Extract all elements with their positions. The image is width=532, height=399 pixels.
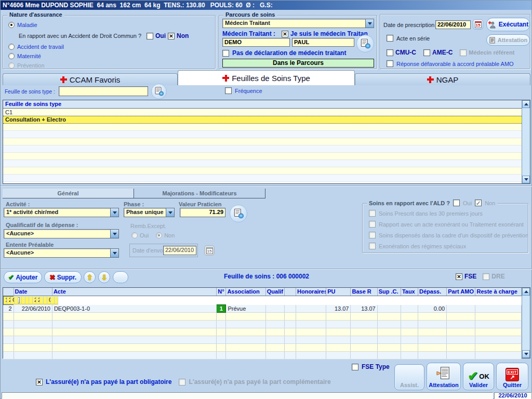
phase-select[interactable]: Phase unique [124,208,175,217]
fst-list-row[interactable] [3,131,522,138]
frequence-checkbox[interactable] [225,87,232,94]
ald-item-checkbox[interactable] [369,221,376,228]
chevron-down-icon[interactable] [110,249,118,257]
blank-button[interactable] [113,271,128,283]
fst-list-scrollbar[interactable] [522,100,530,183]
pas-declaration-checkbox[interactable] [222,50,229,57]
scrollbar-track[interactable] [522,296,530,350]
assist-button[interactable]: Assist. [394,364,424,390]
remb-oui-radio[interactable] [131,232,138,238]
fse-type-checkbox[interactable] [352,364,358,370]
scrollbar-track[interactable] [522,108,530,176]
grid-scrollbar[interactable] [522,288,530,358]
grid-column-header[interactable] [284,288,296,296]
fst-list-row[interactable] [3,124,522,131]
grid-column-header[interactable]: Qualif [265,288,284,296]
grid-row[interactable] [3,313,522,321]
valeur-praticien-field[interactable]: 71.29 [180,208,225,217]
supprimer-button[interactable]: ✖ Suppr. [44,271,82,283]
fst-list-row[interactable] [3,160,522,167]
fst-list-row[interactable] [3,175,522,182]
chevron-down-icon[interactable] [365,19,374,28]
scroll-up-button[interactable] [522,100,530,108]
executant-button[interactable]: Exécutant [486,18,530,31]
grid-row[interactable]: 222/06/2010DEQP003-1-01Prévue13.0713.070… [3,305,522,313]
calendar-button[interactable]: 15 [473,19,483,30]
fst-list-row[interactable] [3,167,522,175]
tab-majorations[interactable]: Majorations - Modificateurs [134,189,265,198]
valeur-print-button[interactable] [230,205,247,222]
qualificatif-select[interactable]: <Aucune> [4,229,119,238]
mt-print-button[interactable] [356,35,374,52]
grid-column-header[interactable]: Date [14,288,52,296]
part-complementaire-checkbox[interactable] [179,379,185,385]
grid-column-header[interactable]: Part AMO [447,288,475,296]
accident-non-checkbox[interactable] [168,33,175,39]
grid-row[interactable] [3,344,522,352]
grid-column-header[interactable]: PU [326,288,351,296]
ajouter-button[interactable]: ✔ Ajouter [4,271,42,283]
association-dropdown-button[interactable] [18,297,20,303]
date-envoi-field[interactable]: 22/06/2010 [163,246,196,255]
fst-list-row[interactable] [3,138,522,145]
tab-feuilles-soins-type[interactable]: Feuilles de Soins Type [178,70,355,85]
part-obligatoire-checkbox[interactable] [36,379,43,385]
valider-button[interactable]: ✔ OK Valider [463,363,494,390]
fst-search-input[interactable] [59,86,148,96]
fst-list-row[interactable] [3,153,522,160]
amec-checkbox[interactable] [423,49,430,56]
grid-column-header[interactable]: Base R [351,288,377,296]
mt-prenom-field[interactable]: PAUL [292,38,354,47]
chevron-down-icon[interactable] [166,208,174,217]
ald-item-checkbox[interactable] [369,243,376,249]
scroll-up-button[interactable] [522,288,530,296]
grid-row[interactable] [3,328,522,336]
grid-column-header[interactable]: Acte [52,288,216,296]
attestation-top-button[interactable]: Attestation [486,34,530,46]
date-prescription-field[interactable]: 22/06/2010 [435,20,471,29]
date-envoi-calendar-button[interactable]: 15 [204,245,215,256]
grid-row[interactable]: 122/06/2010C-122.0022.000.00 [3,296,14,305]
quitter-button[interactable]: EXIT ↗ Quitter [496,363,528,390]
reponse-defavorable-checkbox[interactable] [387,60,393,67]
dre-checkbox[interactable] [483,273,489,280]
prevention-radio[interactable] [8,62,15,69]
move-up-button[interactable]: ⇧ [84,271,96,283]
attestation-button[interactable]: Attestation [427,363,461,390]
chevron-down-icon[interactable] [110,230,118,238]
grid-column-header[interactable]: Taux [401,288,418,296]
grid-column-header[interactable]: Association [226,288,265,296]
grid-column-header[interactable]: Dépass. [418,288,447,296]
fst-list-row[interactable] [3,145,522,153]
activite-select[interactable]: 1* activité chir/med [4,208,119,217]
chevron-down-icon[interactable] [110,208,118,217]
cmuc-checkbox[interactable] [387,49,393,56]
scroll-down-button[interactable] [522,350,530,358]
fst-list-header[interactable]: Feuille de soins type [3,100,522,109]
acte-serie-checkbox[interactable] [387,35,393,42]
mt-nom-field[interactable]: DEMO [222,38,290,47]
je-suis-mt-checkbox[interactable] [282,31,288,37]
remb-non-radio[interactable] [156,232,162,238]
maternite-radio[interactable] [8,53,15,59]
accident-oui-checkbox[interactable] [147,33,153,39]
grid-row[interactable] [3,336,522,344]
ald-non-checkbox[interactable] [475,200,482,206]
scroll-down-button[interactable] [522,176,530,183]
grid-column-header[interactable]: Reste à charge [475,288,522,296]
grid-column-header[interactable]: N° [217,288,226,296]
fst-search-button[interactable] [151,84,167,99]
medecin-referent-checkbox[interactable] [460,49,467,56]
fst-list-row[interactable]: C1 [3,109,522,116]
grid-column-header[interactable] [3,288,14,296]
grid-row[interactable] [3,352,522,360]
accident-travail-radio[interactable] [8,44,15,50]
maladie-radio[interactable] [8,22,15,28]
grid-row[interactable] [3,321,522,328]
entente-select[interactable]: <Aucune> [4,248,119,258]
grid-column-header[interactable]: Sup .C. [377,288,401,296]
fst-list-row[interactable]: Consultation + Electro [3,116,522,124]
grid-column-header[interactable]: Honoraires [296,288,326,296]
ald-item-checkbox[interactable] [369,232,376,238]
tab-ngap[interactable]: NGAP [355,73,530,85]
